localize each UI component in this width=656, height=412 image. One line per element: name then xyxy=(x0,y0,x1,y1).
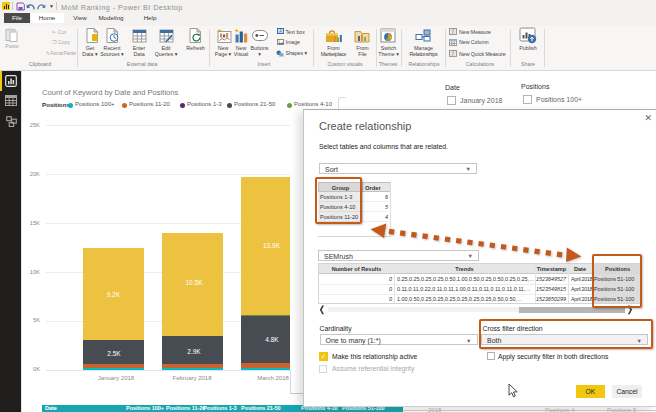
svg-text:A: A xyxy=(278,29,281,34)
